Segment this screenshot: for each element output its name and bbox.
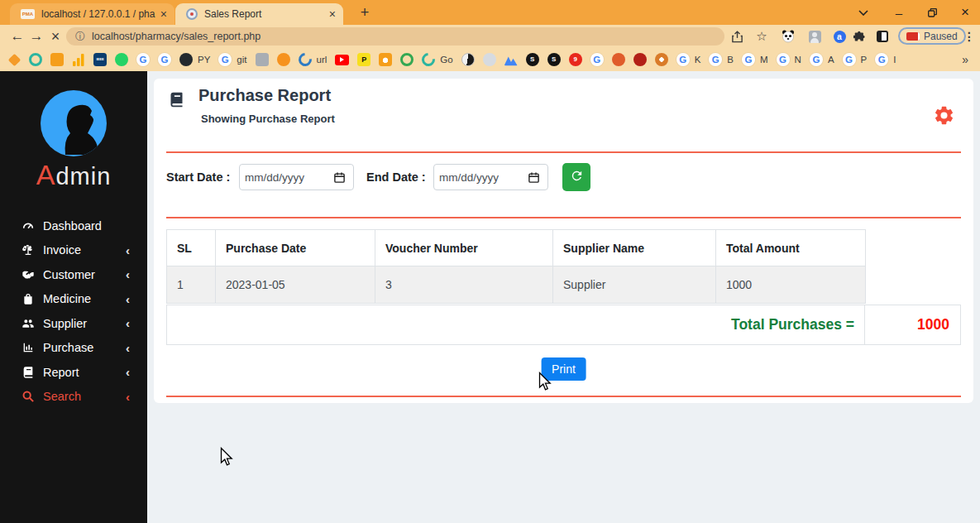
google-favicon[interactable]: G — [742, 53, 755, 66]
gear-icon[interactable] — [933, 104, 955, 127]
sidebar-item-dashboard[interactable]: Dashboard — [0, 214, 147, 238]
sidebar-item-report[interactable]: Report ‹ — [0, 360, 147, 385]
share-icon[interactable] — [729, 29, 744, 44]
sidebar-item-label: Invoice — [43, 243, 81, 257]
sidebar-item-medicine[interactable]: Medicine ‹ — [0, 287, 147, 312]
browser-menu-icon[interactable]: ⋮ — [962, 29, 977, 44]
start-date-field[interactable] — [243, 170, 333, 185]
address-bar[interactable]: ⓘ localhost/pharmacy/sales_report.php — [66, 27, 724, 46]
bookmark-favicon[interactable] — [115, 53, 128, 66]
bookmark-favicon[interactable] — [50, 53, 64, 66]
bookmark-label[interactable]: M — [760, 55, 768, 65]
tab-title: localhost / 127.0.0.1 / pharmacy — [41, 8, 155, 20]
book-icon — [168, 91, 185, 108]
bookmark-label[interactable]: A — [828, 55, 834, 65]
bookmark-favicon[interactable] — [295, 50, 314, 70]
a-extension-icon[interactable]: a — [832, 29, 847, 44]
bookmark-label[interactable]: I — [893, 55, 896, 65]
sidebar-item-supplier[interactable]: Supplier ‹ — [0, 311, 147, 336]
page-title: Purchase Report — [198, 86, 331, 105]
google-favicon[interactable]: G — [676, 53, 690, 66]
refresh-button[interactable] — [562, 163, 590, 191]
browser-tab-sales-report[interactable]: Sales Report × — [175, 3, 343, 25]
bookmark-favicon[interactable]: S — [547, 53, 561, 66]
chevron-left-icon: ‹ — [126, 365, 130, 379]
google-favicon[interactable]: G — [590, 53, 604, 66]
bookmark-label[interactable]: N — [795, 55, 801, 65]
bookmark-favicon[interactable] — [633, 53, 647, 66]
google-favicon[interactable]: G — [810, 53, 823, 66]
print-button[interactable]: Print — [541, 357, 586, 381]
extensions-puzzle-icon[interactable] — [853, 29, 868, 44]
sidebar-item-invoice[interactable]: Invoice ‹ — [0, 238, 147, 263]
sidebar-item-purchase[interactable]: Purchase ‹ — [0, 336, 147, 361]
tab-search-icon[interactable] — [848, 0, 879, 25]
calendar-icon[interactable] — [333, 171, 346, 184]
page-subtitle: Showing Purchase Report — [201, 113, 335, 125]
bookmark-label[interactable]: Go — [440, 55, 452, 65]
stop-button[interactable]: × — [45, 25, 66, 48]
bookmarks-overflow-icon[interactable]: » — [962, 48, 968, 71]
start-date-input[interactable] — [239, 164, 354, 190]
browser-tab-pharmacy[interactable]: PMA localhost / 127.0.0.1 / pharmacy × — [10, 3, 174, 25]
screen: PMA localhost / 127.0.0.1 / pharmacy × S… — [0, 0, 980, 523]
bookmark-favicon[interactable] — [179, 53, 193, 66]
sidebar-item-search[interactable]: Search ‹ — [0, 385, 147, 410]
brand-name: Admin — [0, 159, 147, 191]
google-favicon[interactable]: G — [843, 53, 856, 66]
sidebar-item-customer[interactable]: Customer ‹ — [0, 262, 147, 287]
sync-paused-badge[interactable]: Paused — [898, 27, 966, 45]
tachometer-icon — [21, 218, 35, 233]
google-favicon[interactable]: G — [136, 53, 150, 66]
end-date-input[interactable] — [433, 164, 548, 190]
bookmark-favicon[interactable] — [461, 53, 475, 66]
calendar-icon[interactable] — [528, 171, 540, 184]
purchase-report-card: Purchase Report Showing Purchase Report … — [154, 79, 973, 403]
bookmark-favicon[interactable]: 9 — [569, 53, 582, 66]
window-minimize-button[interactable]: – — [883, 0, 915, 25]
bookmark-favicon[interactable] — [504, 53, 518, 66]
bookmark-label[interactable]: P — [861, 55, 868, 65]
tab-close-icon[interactable]: × — [329, 8, 336, 20]
site-info-icon[interactable]: ⓘ — [75, 30, 85, 44]
bookmark-label[interactable]: PY — [198, 55, 210, 65]
panda-extension-icon[interactable] — [781, 29, 796, 44]
totals-row: Total Purchases = 1000 — [166, 305, 961, 345]
profile-icon[interactable] — [875, 29, 890, 44]
bookmark-favicon[interactable] — [655, 53, 668, 66]
bookmark-favicon[interactable] — [72, 53, 85, 66]
end-date-label: End Date : — [366, 163, 426, 191]
google-favicon[interactable]: G — [158, 53, 171, 66]
bookmark-favicon[interactable]: S — [526, 53, 539, 66]
bookmark-favicon[interactable] — [419, 50, 438, 70]
end-date-field[interactable] — [437, 170, 528, 185]
bookmark-favicon[interactable]: IEEE — [93, 53, 107, 66]
bookmark-favicon[interactable]: P — [357, 53, 370, 66]
bookmark-favicon[interactable] — [379, 53, 392, 66]
bookmark-label[interactable]: git — [237, 55, 246, 65]
bookmark-star-icon[interactable]: ☆ — [754, 29, 769, 44]
new-tab-button[interactable]: + — [355, 2, 375, 23]
bookmark-label[interactable]: K — [695, 55, 701, 65]
bookmark-favicon[interactable] — [277, 53, 290, 66]
bookmark-favicon[interactable] — [7, 53, 21, 66]
google-favicon[interactable]: G — [777, 53, 790, 66]
bookmark-favicon[interactable] — [256, 53, 269, 66]
google-favicon[interactable]: G — [218, 53, 232, 66]
google-favicon[interactable]: G — [875, 53, 888, 66]
tab-close-icon[interactable]: × — [160, 8, 167, 20]
bookmark-favicon[interactable] — [400, 53, 414, 66]
window-restore-button[interactable] — [916, 0, 948, 25]
phpmyadmin-favicon: PMA — [21, 9, 35, 19]
bookmark-favicon[interactable] — [612, 53, 625, 66]
bookmark-favicon[interactable] — [483, 53, 496, 66]
person-extension-icon[interactable] — [807, 29, 822, 44]
google-favicon[interactable]: G — [709, 53, 722, 66]
handshake-icon — [21, 267, 35, 281]
bookmark-label[interactable]: B — [727, 55, 734, 65]
bookmark-favicon[interactable] — [29, 53, 42, 66]
window-close-button[interactable]: × — [949, 0, 980, 25]
paused-label: Paused — [924, 31, 958, 42]
bookmark-label[interactable]: url — [317, 55, 327, 65]
bookmark-favicon[interactable] — [335, 55, 349, 65]
